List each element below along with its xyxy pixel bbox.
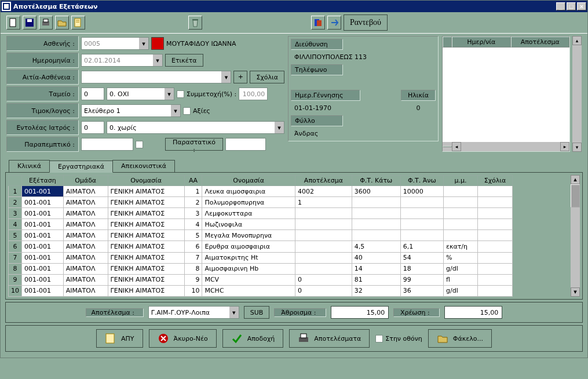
row-header[interactable]: 9	[9, 274, 22, 285]
scroll-up-icon[interactable]: ▴	[572, 36, 582, 45]
grid-header[interactable]: Σχόλια	[478, 176, 513, 186]
apy-button[interactable]: ΑΠΥ	[96, 329, 143, 348]
sum-value[interactable]	[331, 306, 389, 319]
sub-button[interactable]: SUB	[244, 306, 270, 319]
table-row[interactable]: 5001-001ΑΙΜΑΤΟΛΓΕΝΙΚΗ ΑΙΜΑΤΟΣ5Μεγαλα Μον…	[9, 230, 513, 241]
comments-button[interactable]: Σχόλια	[250, 71, 284, 83]
row-header[interactable]: 1	[9, 186, 22, 197]
grid-header[interactable]: Ονομασία	[202, 176, 295, 186]
cause-combo[interactable]: ▾	[81, 71, 231, 83]
grid-header[interactable]: Ομάδα	[63, 176, 108, 186]
grid-header[interactable]: Εξέταση	[22, 176, 64, 186]
appointment-button[interactable]: Ραντεβού	[344, 14, 388, 31]
row-header[interactable]: 6	[9, 241, 22, 252]
document-button[interactable]: Παραστατικό :	[165, 138, 223, 151]
blue1-icon[interactable]	[311, 16, 325, 30]
table-row[interactable]: 3001-001ΑΙΜΑΤΟΛΓΕΝΙΚΗ ΑΙΜΑΤΟΣ3Λεμφοκυττα…	[9, 208, 513, 219]
results-grid[interactable]: ΕξέτασηΟμάδαΟνομασίαΑΑΟνομασίαΑποτέλεσμα…	[8, 175, 513, 297]
scroll-down-icon[interactable]: ▾	[572, 143, 582, 152]
participation-input[interactable]	[239, 88, 268, 100]
table-row[interactable]: 1001-001ΑΙΜΑΤΟΛΓΕΝΙΚΗ ΑΙΜΑΤΟΣ1Λευκα αιμο…	[9, 186, 513, 197]
tab-laboratory[interactable]: Εργαστηριακά	[49, 161, 113, 173]
trash-icon[interactable]	[188, 16, 202, 30]
row-header[interactable]: 3	[9, 208, 22, 219]
tab-imaging[interactable]: Απεικονιστικά	[112, 160, 175, 172]
maximize-button[interactable]: □	[567, 2, 576, 10]
onscreen-checkbox[interactable]: Στην οθόνη	[375, 335, 422, 342]
chevron-down-icon[interactable]: ▾	[275, 121, 284, 134]
result-combo[interactable]: ▾	[148, 306, 239, 319]
table-row[interactable]: 4001-001ΑΙΜΑΤΟΛΓΕΝΙΚΗ ΑΙΜΑΤΟΣ4Ηωζινοφιλα	[9, 219, 513, 230]
history-col-date[interactable]: Ημερ/νία	[452, 37, 511, 48]
file-button[interactable]: Φάκελο...	[428, 329, 492, 348]
close-button[interactable]: ×	[577, 2, 586, 10]
grid-header[interactable]: Ονομασία	[108, 176, 184, 186]
referral-input[interactable]	[81, 138, 133, 151]
result-input[interactable]	[148, 306, 229, 319]
accept-button[interactable]: Αποδοχή	[222, 329, 284, 348]
cause-input[interactable]	[81, 71, 221, 83]
patient-code-combo[interactable]: ▾	[81, 37, 149, 50]
form-icon[interactable]	[71, 16, 85, 30]
chevron-down-icon[interactable]: ▾	[165, 88, 174, 100]
grid-header[interactable]	[9, 176, 22, 186]
grid-header[interactable]: μ.μ.	[444, 176, 478, 186]
history-table[interactable]: Ημερ/νία Αποτέλεσμα ◂ ▸	[442, 36, 570, 152]
doctor-combo[interactable]: ▾	[107, 121, 284, 134]
row-header[interactable]: 2	[9, 197, 22, 208]
new-icon[interactable]	[6, 16, 20, 30]
date-input[interactable]	[81, 54, 153, 67]
scroll-left-icon[interactable]: ◂	[452, 142, 461, 151]
pricelist-input[interactable]	[81, 104, 171, 117]
values-checkbox[interactable]: Αξίες	[183, 107, 210, 115]
cancel-new-button[interactable]: Άκυρο-Νέο	[149, 329, 217, 348]
row-header[interactable]: 4	[9, 219, 22, 230]
table-row[interactable]: 9001-001ΑΙΜΑΤΟΛΓΕΝΙΚΗ ΑΙΜΑΤΟΣ9MCV08199fl	[9, 274, 513, 285]
open-icon[interactable]	[55, 16, 69, 30]
row-header[interactable]: 5	[9, 230, 22, 241]
fund-name-input[interactable]	[107, 88, 165, 100]
row-header[interactable]: 10	[9, 285, 22, 296]
patient-code-input[interactable]	[81, 37, 139, 50]
table-row[interactable]: 10001-001ΑΙΜΑΤΟΛΓΕΝΙΚΗ ΑΙΜΑΤΟΣ10MCHC0323…	[9, 285, 513, 296]
fund-code-input[interactable]	[81, 88, 104, 100]
blue2-icon[interactable]	[327, 16, 341, 30]
fund-checkbox[interactable]	[177, 90, 184, 98]
patient-lookup-button[interactable]	[151, 37, 164, 50]
tab-clinical[interactable]: Κλινικά	[9, 160, 50, 172]
date-combo[interactable]: ▾	[81, 54, 163, 67]
table-row[interactable]: 7001-001ΑΙΜΑΤΟΛΓΕΝΙΚΗ ΑΙΜΑΤΟΣ7Αιματοκριτ…	[9, 252, 513, 263]
document-input[interactable]	[225, 138, 266, 151]
grid-vscroll[interactable]: ▴ ▾	[571, 175, 580, 297]
save-icon[interactable]	[23, 16, 36, 30]
chevron-down-icon[interactable]: ▾	[221, 71, 231, 83]
history-vscroll[interactable]: ▴ ▾	[572, 36, 582, 152]
plus-button[interactable]: +	[233, 71, 247, 83]
label-button[interactable]: Ετικέτα	[165, 54, 203, 67]
fund-name-combo[interactable]: ▾	[107, 88, 174, 100]
table-row[interactable]: 2001-001ΑΙΜΑΤΟΛΓΕΝΙΚΗ ΑΙΜΑΤΟΣ2Πολυμορφοπ…	[9, 197, 513, 208]
chevron-down-icon[interactable]: ▾	[153, 54, 163, 67]
doctor-code-input[interactable]	[81, 121, 104, 134]
row-header[interactable]: 8	[9, 263, 22, 274]
table-row[interactable]: 6001-001ΑΙΜΑΤΟΛΓΕΝΙΚΗ ΑΙΜΑΤΟΣ6Ερυθρα αιμ…	[9, 241, 513, 252]
pricelist-combo[interactable]: ▾	[81, 104, 181, 117]
minimize-button[interactable]: _	[556, 2, 565, 10]
chevron-down-icon[interactable]: ▾	[139, 37, 149, 50]
table-row[interactable]: 8001-001ΑΙΜΑΤΟΛΓΕΝΙΚΗ ΑΙΜΑΤΟΣ8Αιμοσφαιρι…	[9, 263, 513, 274]
history-col-result[interactable]: Αποτέλεσμα	[511, 37, 570, 48]
charge-value[interactable]	[444, 306, 502, 319]
chevron-down-icon[interactable]: ▾	[171, 104, 181, 117]
grid-header[interactable]: Φ.Τ. Κάτω	[352, 176, 400, 186]
referral-checkbox[interactable]	[136, 141, 143, 148]
print-icon[interactable]	[39, 16, 53, 30]
scroll-right-icon[interactable]: ▸	[560, 142, 569, 151]
row-header[interactable]: 7	[9, 252, 22, 263]
grid-header[interactable]: Φ.Τ. Άνω	[400, 176, 443, 186]
chevron-down-icon[interactable]: ▾	[229, 306, 239, 319]
history-hscroll[interactable]: ◂ ▸	[443, 142, 569, 151]
grid-header[interactable]: ΑΑ	[184, 176, 202, 186]
grid-header[interactable]: Αποτέλεσμα	[295, 176, 352, 186]
results-button[interactable]: Αποτελέσματα	[289, 329, 370, 348]
doctor-input[interactable]	[107, 121, 275, 134]
